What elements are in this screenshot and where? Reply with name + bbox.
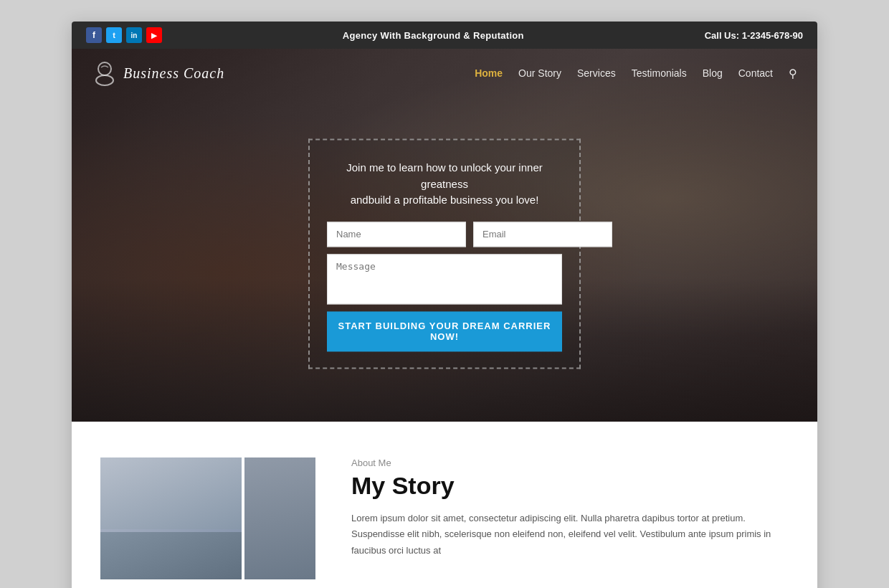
top-bar: f t in ▶ Agency With Background & Reputa… (72, 22, 817, 49)
nav-blog[interactable]: Blog (703, 67, 723, 79)
svg-point-1 (96, 75, 113, 85)
about-title: My Story (351, 473, 789, 499)
image-column-2 (244, 457, 315, 579)
nav-testimonials[interactable]: Testimonials (632, 67, 687, 79)
logo-icon (92, 60, 118, 86)
logo: Business Coach (92, 60, 224, 86)
about-text: About Me My Story Lorem ipsum dolor sit … (351, 457, 789, 559)
browser-window: f t in ▶ Agency With Background & Reputa… (72, 22, 817, 588)
search-icon[interactable]: ⚲ (789, 67, 797, 80)
image-tile-2 (100, 532, 242, 579)
hero-form-row-1 (327, 222, 562, 247)
image-column-1 (100, 457, 242, 579)
hero-form-box: Join me to learn how to unlock your inne… (308, 138, 581, 369)
hero-section: Business Coach Home Our Story Services T… (72, 49, 817, 422)
about-image-collage (100, 457, 315, 579)
nav-services[interactable]: Services (577, 67, 616, 79)
twitter-icon[interactable]: t (106, 27, 122, 43)
svg-point-0 (98, 62, 111, 75)
nav-contact[interactable]: Contact (738, 67, 773, 79)
hero-headline: Join me to learn how to unlock your inne… (327, 160, 562, 209)
phone-info: Call Us: 1-2345-678-90 (705, 30, 803, 41)
logo-text: Business Coach (123, 65, 224, 82)
navbar: Business Coach Home Our Story Services T… (72, 49, 817, 98)
image-tile-1 (100, 457, 242, 529)
email-input[interactable] (473, 222, 612, 247)
phone-number: 1-2345-678-90 (742, 30, 803, 41)
about-label: About Me (351, 457, 789, 468)
message-input[interactable] (327, 254, 562, 304)
name-input[interactable] (327, 222, 466, 247)
tagline: Agency With Background & Reputation (343, 30, 524, 41)
hero-form: START BUILDING YOUR DREAM CARRIER NOW! (327, 222, 562, 351)
linkedin-icon[interactable]: in (126, 27, 142, 43)
about-body: Lorem ipsum dolor sit amet, consectetur … (351, 511, 789, 558)
social-icons: f t in ▶ (86, 27, 162, 43)
about-section: About Me My Story Lorem ipsum dolor sit … (72, 422, 817, 588)
hero-content: Join me to learn how to unlock your inne… (308, 138, 581, 369)
submit-button[interactable]: START BUILDING YOUR DREAM CARRIER NOW! (327, 311, 562, 351)
nav-our-story[interactable]: Our Story (518, 67, 561, 79)
phone-label: Call Us: (705, 30, 739, 41)
facebook-icon[interactable]: f (86, 27, 102, 43)
nav-home[interactable]: Home (475, 67, 503, 79)
youtube-icon[interactable]: ▶ (146, 27, 162, 43)
nav-links: Home Our Story Services Testimonials Blo… (475, 67, 797, 80)
